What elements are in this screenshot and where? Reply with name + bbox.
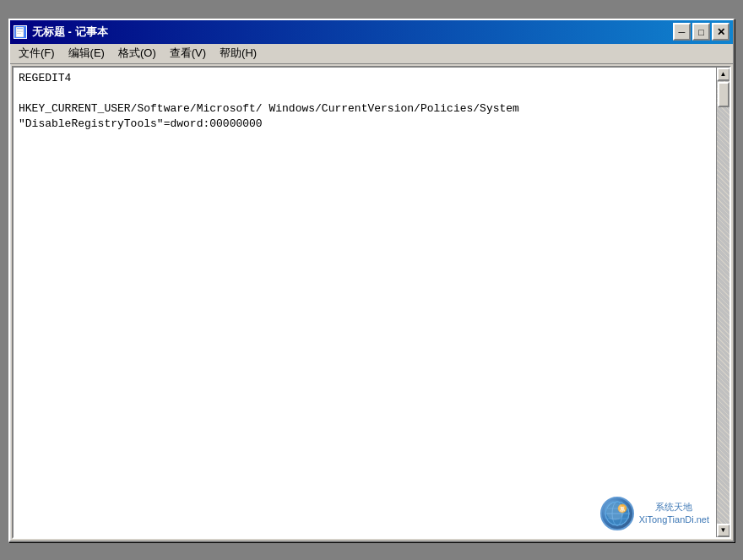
svg-rect-1 [17,28,23,29]
close-button[interactable]: ✕ [712,23,729,41]
vertical-scrollbar[interactable]: ▲ ▼ [716,68,729,537]
content-area: ▲ ▼ 系 系统天地 Xi [12,66,731,539]
watermark: 系 系统天地 XiTongTianDi.net [600,497,709,530]
title-bar-buttons: ─ □ ✕ [673,23,729,41]
notepad-window: 无标题 - 记事本 ─ □ ✕ 文件(F) 编辑(E) 格式(O) 查看(V) … [8,19,735,542]
scroll-down-button[interactable]: ▼ [717,524,730,537]
watermark-globe-icon: 系 [600,497,634,530]
menu-format[interactable]: 格式(O) [111,44,163,63]
scroll-up-button[interactable]: ▲ [717,68,730,81]
minimize-button[interactable]: ─ [673,23,691,41]
menu-help[interactable]: 帮助(H) [213,44,263,63]
scroll-track[interactable] [717,81,729,524]
maximize-button[interactable]: □ [692,23,710,41]
watermark-text: 系统天地 XiTongTianDi.net [639,501,709,525]
svg-rect-4 [17,33,21,34]
scroll-thumb[interactable] [718,82,729,107]
watermark-line2: XiTongTianDi.net [639,514,709,525]
text-editor[interactable] [14,68,716,537]
menu-file[interactable]: 文件(F) [12,44,62,63]
svg-text:系: 系 [620,506,626,512]
svg-point-11 [618,504,626,513]
svg-rect-3 [17,31,23,32]
notepad-icon [14,25,27,39]
window-title: 无标题 - 记事本 [32,24,108,40]
menu-bar: 文件(F) 编辑(E) 格式(O) 查看(V) 帮助(H) [10,44,733,64]
close-icon: ✕ [717,26,725,38]
menu-view[interactable]: 查看(V) [163,44,213,63]
watermark-line1: 系统天地 [639,501,709,513]
title-bar-left: 无标题 - 记事本 [14,24,108,40]
svg-rect-2 [17,30,23,30]
menu-edit[interactable]: 编辑(E) [62,44,111,63]
title-bar: 无标题 - 记事本 ─ □ ✕ [10,20,733,44]
